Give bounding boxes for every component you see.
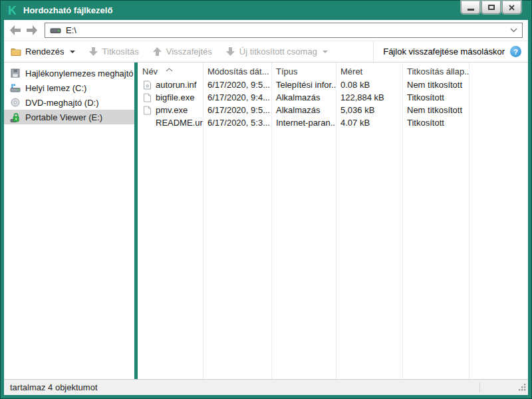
- chevron-down-icon: [510, 28, 517, 33]
- maximize-icon: [488, 5, 495, 10]
- file-size: 122,884 kB: [336, 92, 402, 102]
- forward-button[interactable]: [25, 24, 39, 37]
- file-type: Alkalmazás: [271, 92, 336, 102]
- status-text: tartalmaz 4 objektumot: [10, 382, 98, 392]
- file-icon-empty: [142, 118, 152, 128]
- file-modified: 6/17/2020, 9:4...: [203, 92, 271, 102]
- file-encryption-status: Nem titkosított: [402, 105, 469, 115]
- decrypt-button[interactable]: Visszafejtés: [152, 47, 212, 57]
- back-button[interactable]: [9, 24, 22, 37]
- window-controls: [461, 1, 521, 14]
- maximize-button[interactable]: [481, 1, 501, 14]
- sidebar-item-label: Helyi lemez (C:): [25, 83, 86, 93]
- file-name: bigfile.exe: [156, 92, 195, 102]
- file-name: README.url: [156, 118, 203, 128]
- file-encryption-status: Titkosított: [402, 92, 469, 102]
- file-row[interactable]: pmv.exe 6/17/2020, 9:5... Alkalmazás 5,0…: [138, 104, 528, 116]
- file-modified: 6/17/2020, 5:3...: [203, 118, 271, 128]
- file-type: Telepítési infor...: [271, 80, 336, 90]
- status-bar-divider: [479, 382, 480, 392]
- address-dropdown-button[interactable]: [510, 28, 517, 33]
- client-area: E:\ Rendezés: [4, 20, 528, 395]
- help-button[interactable]: ?: [510, 46, 521, 57]
- column-header-encryption-status[interactable]: Titkosítás állap...: [402, 66, 469, 76]
- sort-ascending-icon: [166, 64, 173, 74]
- sidebar-item-dvd-d[interactable]: DVD-meghajtó (D:): [4, 95, 134, 110]
- close-button[interactable]: [502, 1, 521, 14]
- sidebar-item-label: Portable Viewer (E:): [25, 112, 102, 122]
- local-disk-icon: [9, 84, 21, 92]
- nav-arrows: [9, 24, 39, 37]
- new-encrypted-package-label: Új titkosított csomag: [239, 47, 317, 57]
- file-row[interactable]: bigfile.exe 6/17/2020, 9:4... Alkalmazás…: [138, 91, 528, 104]
- column-header-size[interactable]: Méret: [336, 66, 402, 76]
- forward-arrow-icon: [26, 25, 38, 36]
- file-encryption-status: Titkosított: [402, 118, 469, 128]
- arrow-up-icon: [152, 47, 162, 57]
- sort-button[interactable]: Rendezés: [11, 47, 75, 57]
- navigation-bar: E:\: [4, 20, 528, 41]
- file-size: 5,036 kB: [336, 105, 402, 115]
- column-header-modified[interactable]: Módosítás dát...: [203, 66, 271, 76]
- decrypt-on-copy-label: Fájlok visszafejtése másoláskor: [383, 47, 505, 57]
- inf-file-icon: [142, 80, 152, 90]
- floppy-drive-icon: [9, 68, 21, 78]
- decrypt-button-label: Visszafejtés: [166, 47, 212, 57]
- back-arrow-icon: [9, 25, 21, 36]
- sidebar-item-floppy-a[interactable]: Hajlékonylemezes meghajtó (A:): [4, 66, 134, 80]
- resize-grip[interactable]: [518, 383, 527, 394]
- file-name: pmv.exe: [156, 105, 188, 115]
- file-name: autorun.inf: [156, 80, 196, 90]
- minimize-button[interactable]: [461, 1, 480, 14]
- folder-icon: [11, 47, 21, 56]
- app-window: K Hordozható fájlkezelő: [0, 0, 532, 399]
- encrypt-button[interactable]: Titkosítás: [88, 47, 139, 57]
- column-header-type[interactable]: Típus: [271, 66, 336, 76]
- encrypt-button-label: Titkosítás: [102, 47, 139, 57]
- address-text: E:\: [66, 25, 76, 35]
- file-modified: 6/17/2020, 9:5...: [203, 80, 271, 90]
- sidebar-item-local-c[interactable]: Helyi lemez (C:): [4, 80, 134, 95]
- toolbar: Rendezés Titkosítás Visszafejtés Új ti: [4, 41, 528, 63]
- blank-file-icon: [142, 105, 152, 115]
- file-type: Alkalmazás: [271, 105, 336, 115]
- sidebar-item-label: DVD-meghajtó (D:): [25, 98, 99, 108]
- blank-file-icon: [142, 92, 152, 102]
- minimize-icon: [467, 9, 474, 11]
- file-row[interactable]: autorun.inf 6/17/2020, 9:5... Telepítési…: [138, 78, 528, 91]
- file-size: 0.08 kB: [336, 80, 402, 90]
- arrow-down-icon: [225, 47, 235, 57]
- title-bar[interactable]: K Hordozható fájlkezelő: [1, 1, 531, 20]
- file-encryption-status: Nem titkosított: [402, 80, 469, 90]
- drives-sidebar: Hajlékonylemezes meghajtó (A:) Helyi lem…: [4, 63, 134, 379]
- chevron-down-icon: [70, 51, 75, 53]
- file-modified: 6/17/2020, 9:5...: [203, 105, 271, 115]
- file-type: Internet-paran...: [271, 118, 336, 128]
- new-encrypted-package-button[interactable]: Új titkosított csomag: [225, 47, 328, 57]
- file-row[interactable]: README.url 6/17/2020, 5:3... Internet-pa…: [138, 116, 528, 129]
- kaspersky-logo-icon: K: [8, 5, 17, 17]
- locked-drive-icon: [9, 112, 21, 122]
- sort-button-label: Rendezés: [25, 47, 65, 57]
- sidebar-item-label: Hajlékonylemezes meghajtó (A:): [25, 68, 134, 78]
- column-headers: Név Módosítás dát... Típus Méret Titkosí…: [138, 63, 528, 78]
- chevron-down-icon: [323, 51, 328, 53]
- address-bar[interactable]: E:\: [45, 23, 523, 38]
- status-bar: tartalmaz 4 objektumot: [4, 379, 528, 395]
- dvd-drive-icon: [9, 98, 21, 107]
- sidebar-item-portable-e[interactable]: Portable Viewer (E:): [4, 110, 134, 124]
- close-icon: [508, 4, 515, 11]
- main-area: Hajlékonylemezes meghajtó (A:) Helyi lem…: [4, 63, 528, 379]
- window-title: Hordozható fájlkezelő: [23, 5, 112, 15]
- arrow-down-icon: [88, 47, 98, 57]
- drive-icon: [50, 27, 61, 35]
- file-size: 4.07 kB: [336, 118, 402, 128]
- decrypt-on-copy-option: Fájlok visszafejtése másoláskor ?: [373, 41, 521, 62]
- file-list: Név Módosítás dát... Típus Méret Titkosí…: [138, 63, 528, 379]
